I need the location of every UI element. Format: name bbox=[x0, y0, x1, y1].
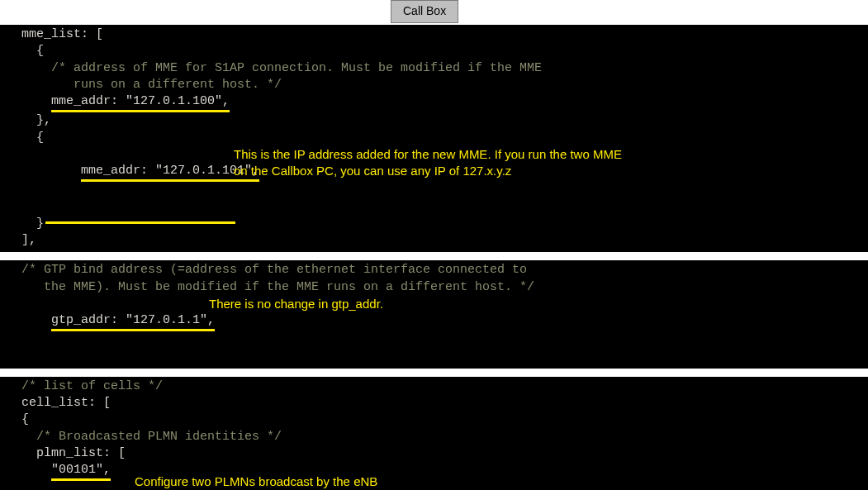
code-line: cell_list: [ bbox=[7, 395, 861, 412]
annotation-new-mme: This is the IP address added for the new… bbox=[234, 146, 729, 180]
callbox-tab[interactable]: Call Box bbox=[391, 0, 458, 23]
highlight-gtp-addr: gtp_addr: "127.0.1.1", bbox=[51, 312, 215, 331]
code-line: { bbox=[7, 130, 861, 146]
code-comment: /* Broadcasted PLMN identities */ bbox=[7, 429, 861, 445]
code-line: }, bbox=[7, 112, 861, 129]
code-line: } bbox=[7, 216, 861, 232]
code-line: plmn_list: [ bbox=[7, 445, 861, 462]
highlight-mme-addr-2: mme_addr: "127.0.1.101", bbox=[81, 163, 259, 182]
block-spacer bbox=[0, 252, 868, 260]
code-line: mme_list: [ bbox=[7, 26, 861, 43]
code-comment: /* address of MME for S1AP connection. M… bbox=[7, 60, 861, 77]
code-comment: /* GTP bind address (=address of the eth… bbox=[7, 262, 861, 278]
annotation-gtp-no-change: There is no change in gtp_addr. bbox=[209, 296, 383, 312]
code-block-cell-list: /* list of cells */ cell_list: [ { /* Br… bbox=[0, 377, 868, 490]
code-comment: /* list of cells */ bbox=[7, 378, 861, 395]
highlight-mme-addr-1: mme_addr: "127.0.1.100", bbox=[51, 93, 230, 112]
code-line-plmn-2: "00102", Configure two PLMNs broadcast b… bbox=[7, 481, 861, 490]
highlight-plmn-1: "00101", bbox=[51, 462, 111, 481]
block-spacer bbox=[0, 369, 868, 377]
top-bar: Call Box bbox=[0, 0, 868, 25]
code-comment: the MME). Must be modified if the MME ru… bbox=[7, 279, 861, 296]
code-comment: runs on a different host. */ bbox=[7, 77, 861, 93]
code-line-gtp-addr: gtp_addr: "127.0.1.1", There is no chang… bbox=[7, 296, 861, 365]
annotation-plmn-config: Configure two PLMNs broadcast by the eNB bbox=[135, 473, 377, 490]
code-line-mme-addr-1: mme_addr: "127.0.1.100", bbox=[7, 93, 861, 112]
code-line-mme-addr-2: mme_addr: "127.0.1.101", This is the IP … bbox=[7, 146, 861, 216]
code-line: ], bbox=[7, 232, 861, 249]
code-block-gtp: /* GTP bind address (=address of the eth… bbox=[0, 260, 868, 369]
code-block-mme-list: mme_list: [ { /* address of MME for S1AP… bbox=[0, 25, 868, 252]
code-line: { bbox=[7, 412, 861, 428]
code-line: { bbox=[7, 43, 861, 59]
